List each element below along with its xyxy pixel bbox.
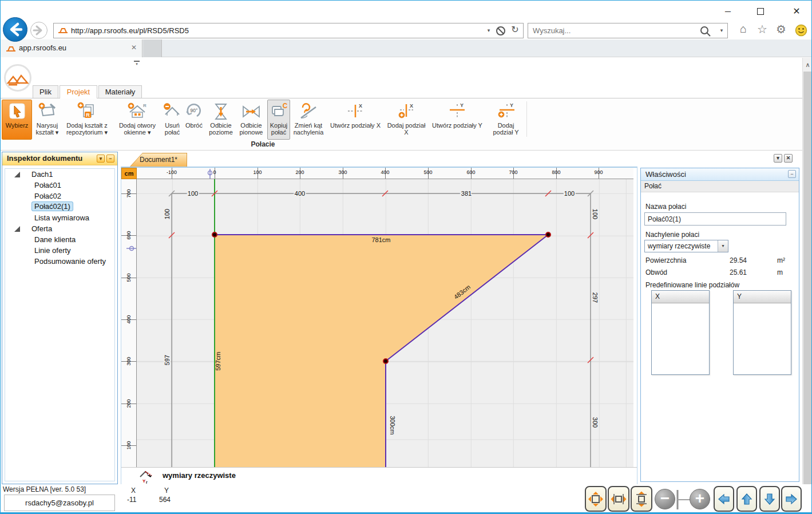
tab-materialy[interactable]: Materiały xyxy=(98,85,142,98)
divisions-x-listbox[interactable]: X xyxy=(651,290,710,375)
stop-icon[interactable] xyxy=(496,26,506,36)
drawing-area: cm -100 0 100 200 300 400 500 600 700 80… xyxy=(121,167,637,484)
svg-text:Y: Y xyxy=(460,102,464,108)
search-input[interactable] xyxy=(533,25,687,37)
dodaj-podzial-x-button[interactable]: X Dodaj podział X xyxy=(385,100,428,140)
address-bar[interactable]: ▾ ↻ xyxy=(53,23,524,38)
change-slope-icon xyxy=(298,102,319,121)
address-dropdown-icon[interactable]: ▾ xyxy=(483,27,494,33)
app-logo xyxy=(4,64,31,92)
settings-gear-icon[interactable]: ⚙ xyxy=(775,22,787,36)
document-list-dropdown-button[interactable]: ▾ xyxy=(774,154,782,163)
odbicie-poziome-button[interactable]: Odbicie poziome xyxy=(206,100,236,140)
tree-item-lista-wymiarowa[interactable]: Lista wymiarowa xyxy=(34,213,89,222)
browser-tab[interactable]: app.rsroofs.eu ✕ xyxy=(1,39,142,57)
add-division-x-icon: X xyxy=(396,102,417,121)
refresh-icon[interactable]: ↻ xyxy=(509,24,521,35)
caret-down-icon: ▾ xyxy=(777,155,779,161)
pan-right-button[interactable] xyxy=(781,486,802,512)
tree-item-linie-oferty[interactable]: Linie oferty xyxy=(34,246,71,255)
home-icon[interactable]: ⌂ xyxy=(738,22,749,35)
utworz-podzialy-x-button[interactable]: X Utwórz podziały X xyxy=(327,100,383,140)
vertex-handle[interactable] xyxy=(546,232,550,237)
rotate-90-icon: 90° xyxy=(184,102,204,121)
inspector-minimize-button[interactable]: − xyxy=(106,155,114,163)
tree-item-podsumowanie[interactable]: Podsumowanie oferty xyxy=(34,257,106,266)
document-tab[interactable]: Document1* xyxy=(130,153,187,167)
ribbon-collapse-toggle[interactable]: ▾ xyxy=(133,61,141,66)
arrow-up-icon xyxy=(740,492,754,506)
back-button[interactable] xyxy=(3,17,27,42)
inspector-menu-button[interactable]: ▾ xyxy=(97,155,105,163)
dodaj-otwory-okienne-button[interactable]: R Dodaj otwory okienne ▾ xyxy=(113,100,162,140)
window-openings-icon: R xyxy=(127,102,148,121)
window-close-button[interactable]: ✕ xyxy=(790,5,803,18)
url-input[interactable] xyxy=(71,24,420,37)
dodaj-podzial-y-button[interactable]: Y Dodaj podział Y xyxy=(486,100,525,140)
pan-up-button[interactable] xyxy=(736,486,757,512)
document-close-button[interactable]: ✕ xyxy=(784,154,793,163)
pan-down-button[interactable] xyxy=(759,486,780,512)
forward-button[interactable] xyxy=(30,22,47,39)
odbicie-pionowe-button[interactable]: Odbicie pionowe xyxy=(236,100,266,140)
tree-expander-icon[interactable] xyxy=(14,226,20,232)
window-minimize-button[interactable]: ─ xyxy=(722,5,734,18)
roof-canvas[interactable]: 100 400 381 100 100 597 100 297 300 781c… xyxy=(137,179,633,467)
vertex-handle[interactable] xyxy=(212,232,217,237)
favorites-star-icon[interactable]: ☆ xyxy=(756,22,768,36)
properties-minimize-button[interactable]: − xyxy=(788,170,796,178)
vertex-handle[interactable] xyxy=(383,359,388,363)
ribbon: Wybierz Narysuj kształt ▾ R Dodaj kształ… xyxy=(1,98,812,151)
zoom-in-button[interactable]: + xyxy=(690,489,710,509)
svg-text:X: X xyxy=(410,103,413,109)
tree-expander-icon[interactable] xyxy=(14,172,20,177)
coord-y-label: Y xyxy=(164,487,169,495)
svg-text:X: X xyxy=(359,103,362,109)
tree-item-oferta[interactable]: Oferta xyxy=(31,224,52,233)
tab-plik[interactable]: Plik xyxy=(33,85,58,98)
divisions-y-listbox[interactable]: Y xyxy=(733,290,791,375)
tab-projekt[interactable]: Projekt xyxy=(60,85,97,98)
tree-item-polac02-1-selected[interactable]: Połać02(1) xyxy=(34,202,73,211)
tree-item-dane-klienta[interactable]: Dane klienta xyxy=(34,235,76,244)
tree-item-dach1[interactable]: Dach1 xyxy=(31,170,53,179)
scrollbar-thumb[interactable] xyxy=(803,72,812,498)
arrow-down-icon xyxy=(763,492,777,506)
roof-name-input[interactable] xyxy=(644,212,786,226)
roof-surface[interactable] xyxy=(215,235,548,467)
pan-left-button[interactable] xyxy=(714,486,734,512)
svg-text:C: C xyxy=(283,102,288,110)
dodaj-ksztalt-repozytorium-button[interactable]: R Dodaj kształt z repozytorium ▾ xyxy=(62,100,112,140)
edge-label-top: 781cm xyxy=(371,236,390,243)
zoom-out-button[interactable]: − xyxy=(655,489,675,509)
tree-item-polac02[interactable]: Połać02 xyxy=(34,192,61,200)
scroll-up-icon[interactable]: ∧ xyxy=(803,61,812,69)
search-box[interactable]: ▾ xyxy=(528,23,728,38)
window-maximize-button[interactable] xyxy=(757,8,764,15)
zoom-fit-height-button[interactable] xyxy=(631,486,652,512)
usun-polac-button[interactable]: Usuń połać xyxy=(163,100,182,140)
zoom-fit-width-button[interactable] xyxy=(608,486,629,512)
wybierz-button[interactable]: Wybierz xyxy=(2,100,32,140)
narysuj-label: Narysuj kształt ▾ xyxy=(34,122,61,136)
coord-x-value: -11 xyxy=(127,496,136,504)
search-dropdown-icon[interactable]: ▾ xyxy=(716,27,727,33)
page-scrollbar[interactable]: ∧ ∨ xyxy=(802,58,812,513)
kopiuj-polac-button[interactable]: C Kopiuj połać xyxy=(267,100,290,140)
flip-horizontal-axis-icon xyxy=(211,102,231,121)
zoom-fit-all-button[interactable] xyxy=(585,486,607,512)
new-tab-button[interactable] xyxy=(143,39,162,57)
zmien-kat-button[interactable]: Zmień kąt nachylenia xyxy=(291,100,326,140)
tree-item-polac01[interactable]: Połać01 xyxy=(34,181,61,189)
obroc-button[interactable]: 90° Obróć xyxy=(183,100,205,140)
search-icon[interactable] xyxy=(700,26,711,37)
utworz-podzialy-y-button[interactable]: Y Utwórz podziały Y xyxy=(429,100,485,140)
slope-select[interactable]: wymiary rzeczywiste ▾ xyxy=(644,240,728,252)
feedback-smiley-icon[interactable] xyxy=(795,24,807,37)
narysuj-ksztalt-button[interactable]: Narysuj kształt ▾ xyxy=(33,100,61,140)
perimeter-label: Obwód xyxy=(645,268,667,276)
caret-down-icon: ▾ xyxy=(100,156,102,161)
tab-close-icon[interactable]: ✕ xyxy=(131,44,137,52)
select-dropdown-icon[interactable]: ▾ xyxy=(718,240,728,252)
repository-shape-icon: R xyxy=(77,102,97,121)
